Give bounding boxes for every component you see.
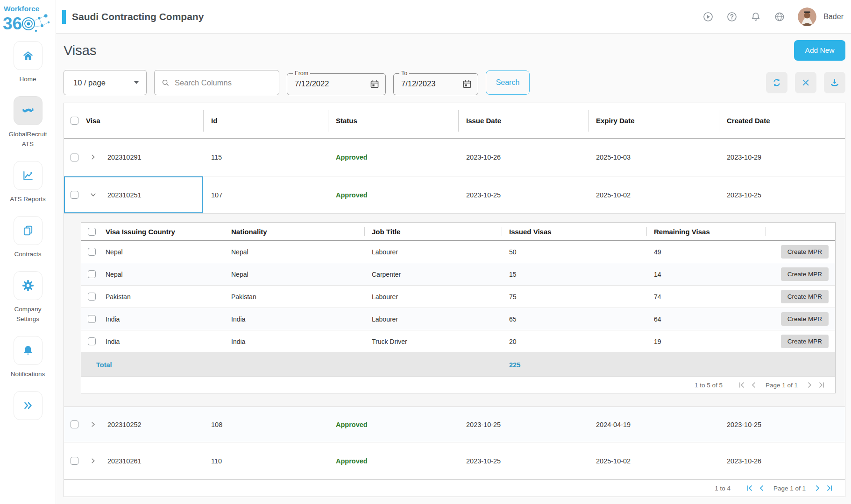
from-date-field[interactable]: From 7/12/2022: [287, 70, 386, 95]
to-date-value[interactable]: 7/12/2023: [401, 79, 435, 88]
previous-page-icon[interactable]: [748, 380, 760, 390]
total-issued-visas: 225: [502, 353, 646, 377]
issue-date: 2023-10-25: [458, 176, 588, 213]
visa-id: 115: [203, 139, 328, 176]
search-columns-input[interactable]: [175, 78, 273, 87]
search-columns-box[interactable]: [154, 70, 279, 95]
detail-row-checkbox[interactable]: [88, 293, 96, 301]
expand-row-icon[interactable]: [90, 421, 97, 428]
help-icon[interactable]: [726, 11, 738, 22]
issuing-country: Nepal: [106, 248, 123, 256]
sidebar-item-notifications[interactable]: Notifications: [2, 336, 54, 379]
create-mpr-button[interactable]: Create MPR: [781, 245, 829, 259]
search-button[interactable]: Search: [486, 70, 530, 95]
table-row[interactable]: 202310291 115 Approved 2023-10-26 2025-1…: [64, 139, 845, 176]
row-checkbox[interactable]: [71, 457, 78, 465]
calendar-icon[interactable]: [369, 79, 380, 89]
notifications-bell-icon[interactable]: [750, 11, 761, 22]
company-settings-button[interactable]: [14, 271, 43, 300]
detail-row[interactable]: India India Labourer 65 64 Create MPR: [81, 308, 835, 330]
contracts-button[interactable]: [14, 216, 43, 245]
user-name[interactable]: Bader: [823, 13, 844, 21]
detail-row[interactable]: Pakistan Pakistan Labourer 75 74 Create …: [81, 286, 835, 308]
download-button[interactable]: [824, 72, 845, 93]
workforce360-logo[interactable]: Workforce 36: [3, 4, 53, 35]
detail-row[interactable]: Nepal Nepal Labourer 50 49 Create MPR: [81, 241, 835, 263]
language-globe-icon[interactable]: [774, 11, 785, 22]
first-page-icon[interactable]: [744, 483, 756, 493]
play-tour-icon[interactable]: [702, 11, 714, 22]
sidebar-item-home[interactable]: Home: [2, 41, 54, 84]
from-date-value[interactable]: 7/12/2022: [295, 79, 329, 88]
visa-id: 107: [203, 176, 328, 213]
sidebar-item-ats-reports[interactable]: ATS Reports: [2, 161, 54, 204]
last-page-icon[interactable]: [816, 380, 828, 390]
last-page-icon[interactable]: [823, 483, 836, 493]
row-checkbox[interactable]: [71, 191, 78, 199]
column-header-issued-visas[interactable]: Issued Visas: [502, 223, 646, 240]
page-size-select[interactable]: 10 / page: [64, 70, 147, 95]
expand-sidebar-button[interactable]: [14, 391, 43, 420]
detail-row-checkbox[interactable]: [88, 270, 96, 278]
notifications-button[interactable]: [14, 336, 43, 365]
sidebar-item-contracts[interactable]: Contracts: [2, 216, 54, 259]
create-mpr-button[interactable]: Create MPR: [781, 312, 829, 326]
bell-filled-icon: [22, 344, 34, 357]
row-checkbox[interactable]: [71, 154, 78, 161]
column-header-created-date[interactable]: Created Date: [719, 103, 845, 138]
column-header-issue-date[interactable]: Issue Date: [458, 103, 588, 138]
detail-row-checkbox[interactable]: [88, 337, 96, 345]
avatar[interactable]: [798, 7, 816, 26]
to-date-field[interactable]: To 7/12/2023: [393, 70, 478, 95]
table-row[interactable]: 202310252 108 Approved 2023-10-25 2024-0…: [64, 406, 845, 442]
next-page-icon[interactable]: [803, 380, 816, 390]
column-header-expiry-date[interactable]: Expiry Date: [588, 103, 719, 138]
detail-row[interactable]: Nepal Nepal Carpenter 15 14 Create MPR: [81, 263, 835, 286]
expand-row-icon[interactable]: [90, 457, 97, 465]
remaining-visas: 64: [646, 308, 766, 330]
detail-row-range: 1 to 5 of 5: [695, 382, 723, 389]
sidebar-item-globalrecruit-ats[interactable]: GlobalRecruit ATS: [2, 96, 54, 149]
visa-number: 202310251: [107, 191, 142, 199]
detail-select-all-checkbox[interactable]: [88, 228, 96, 236]
nationality: Pakistan: [224, 286, 364, 308]
column-header-visa-issuing-country[interactable]: Visa Issuing Country: [106, 228, 175, 236]
previous-page-icon[interactable]: [756, 483, 768, 493]
column-header-job-title[interactable]: Job Title: [364, 223, 502, 240]
create-mpr-button[interactable]: Create MPR: [781, 335, 829, 348]
column-header-actions: [766, 223, 835, 240]
refresh-button[interactable]: [766, 72, 787, 93]
globalrecruit-ats-button[interactable]: [14, 96, 43, 125]
detail-row-checkbox[interactable]: [88, 248, 96, 256]
handshake-icon: [22, 105, 34, 117]
clear-filters-button[interactable]: [795, 72, 816, 93]
company-title: Saudi Contracting Company: [72, 11, 204, 22]
select-all-checkbox[interactable]: [71, 117, 78, 125]
row-checkbox[interactable]: [71, 420, 78, 428]
sidebar: Workforce 36 Home: [0, 0, 56, 504]
column-header-visa[interactable]: Visa: [86, 117, 100, 125]
sidebar-collapse[interactable]: [2, 391, 54, 420]
expand-row-icon[interactable]: [90, 154, 97, 161]
column-header-id[interactable]: Id: [203, 103, 328, 138]
double-chevron-right-icon: [22, 399, 34, 412]
table-row-expanded[interactable]: 202310251 107 Approved 2023-10-25 2025-1…: [64, 176, 845, 213]
add-new-button[interactable]: Add New: [794, 40, 845, 61]
detail-row[interactable]: India India Truck Driver 20 19 Create MP…: [81, 330, 835, 353]
home-button[interactable]: [14, 41, 43, 70]
first-page-icon[interactable]: [736, 380, 748, 390]
column-header-status[interactable]: Status: [328, 103, 458, 138]
create-mpr-button[interactable]: Create MPR: [781, 267, 829, 281]
sidebar-item-company-settings[interactable]: Company Settings: [2, 271, 54, 324]
column-header-nationality[interactable]: Nationality: [224, 223, 364, 240]
table-header-row: Visa Id Status Issue Date Expiry Date Cr…: [64, 103, 845, 139]
collapse-row-icon[interactable]: [90, 191, 97, 199]
next-page-icon[interactable]: [811, 483, 823, 493]
table-row[interactable]: 202310261 110 Approved 2023-10-25 2025-1…: [64, 442, 845, 479]
ats-reports-button[interactable]: [14, 161, 43, 190]
column-header-remaining-visas[interactable]: Remaining Visas: [646, 223, 766, 240]
issued-visas: 20: [502, 330, 646, 352]
detail-row-checkbox[interactable]: [88, 315, 96, 323]
create-mpr-button[interactable]: Create MPR: [781, 290, 829, 303]
calendar-icon[interactable]: [462, 79, 472, 89]
